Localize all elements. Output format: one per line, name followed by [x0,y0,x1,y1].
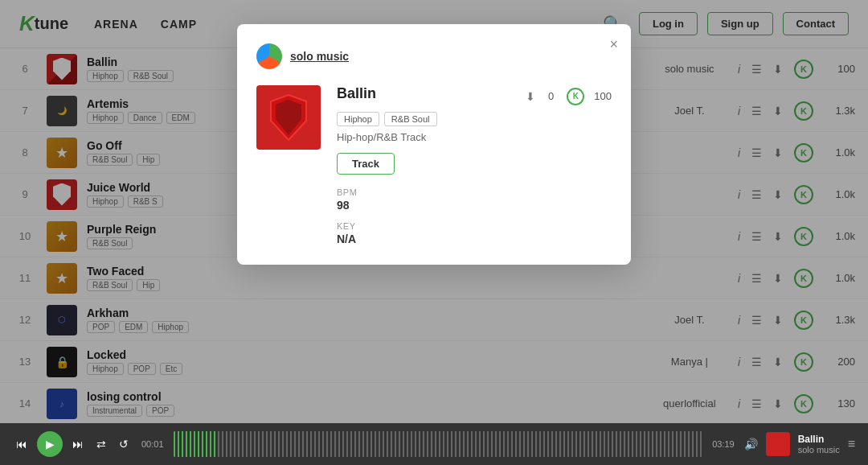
prev-button[interactable]: ⏮ [13,436,31,452]
modal-header: solo music × [256,43,612,69]
bpm-row: BPM 98 [337,187,612,212]
modal-close-button[interactable]: × [609,37,618,51]
modal-overlay[interactable]: solo music × Ballin ⬇ [0,0,868,465]
key-label: KEY [337,221,612,231]
repeat-button[interactable]: ↺ [116,436,132,452]
modal-artist-avatar [256,43,282,69]
waveform-progress [174,431,216,457]
shuffle-button[interactable]: ⇄ [93,436,109,452]
cover-shield-svg [269,93,308,142]
track-button[interactable]: Track [337,153,395,175]
player-track-name: Ballin [798,434,840,445]
total-time: 03:19 [712,439,735,449]
download-count: 0 [548,90,554,102]
track-detail-modal: solo music × Ballin ⬇ [237,24,631,265]
volume-icon[interactable]: 🔊 [744,438,758,451]
cover-red-background [256,85,321,150]
player-track-info: Ballin solo music [798,434,840,455]
modal-tag-rnb: R&B Soul [384,112,437,126]
modal-body: Ballin ⬇ 0 K 100 Hiphop R&B Soul Hip-hop… [256,85,612,245]
waveform[interactable] [174,431,703,457]
player-bar: ⏮ ▶ ⏭ ⇄ ↺ 00:01 03:19 🔊 Ballin solo musi… [0,423,868,465]
modal-stats: ⬇ 0 K 100 [526,88,612,105]
modal-artist-name[interactable]: solo music [290,50,349,63]
modal-tags: Hiphop R&B Soul [337,112,612,126]
modal-track-info: Ballin ⬇ 0 K 100 Hiphop R&B Soul Hip-hop… [337,85,612,245]
key-value: N/A [337,232,612,245]
player-controls: ⏮ ▶ ⏭ ⇄ ↺ [13,431,132,457]
modal-track-title: Ballin [337,85,376,102]
modal-details: BPM 98 KEY N/A [337,187,612,245]
player-menu-button[interactable]: ≡ [848,437,855,451]
player-artist-name: solo music [798,445,840,455]
next-button[interactable]: ⏭ [69,436,87,452]
bpm-label: BPM [337,187,612,197]
player-right: 🔊 Ballin solo music ≡ [744,432,855,456]
modal-k-badge[interactable]: K [567,88,584,105]
download-stat-icon: ⬇ [526,90,535,103]
key-row: KEY N/A [337,221,612,245]
modal-k-count: 100 [594,90,612,102]
modal-tag-hiphop: Hiphop [337,112,379,126]
play-pause-button[interactable]: ▶ [37,431,63,457]
bpm-value: 98 [337,199,612,212]
player-track-thumb [766,432,790,456]
modal-genre: Hip-hop/R&B Track [337,131,612,143]
modal-cover-art [256,85,321,150]
current-time: 00:01 [141,439,164,449]
